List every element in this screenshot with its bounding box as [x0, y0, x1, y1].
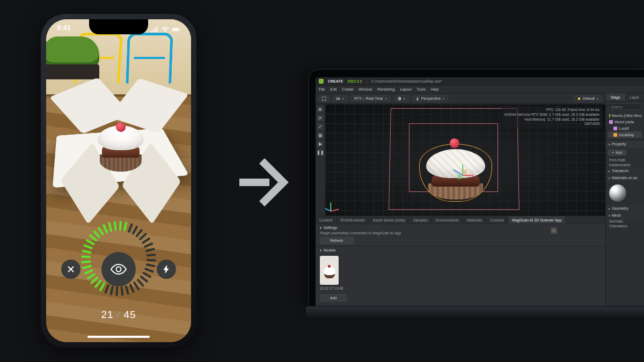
phone-screen: 9:41: [46, 19, 191, 342]
svg-point-3: [116, 267, 121, 272]
section-materials[interactable]: Materials on se: [606, 174, 644, 181]
models-header[interactable]: Models: [316, 247, 605, 254]
frame-counter: 21 / 45: [46, 309, 191, 321]
menu-help[interactable]: Help: [431, 87, 438, 91]
eye-icon: [109, 260, 128, 278]
menu-tools[interactable]: Tools: [417, 87, 426, 91]
mesh-normals-label: Normals: [606, 219, 644, 224]
play-tool[interactable]: ▶: [317, 141, 324, 147]
stage-layer-tabs: Stage Layer: [606, 93, 644, 101]
models-panel: Models 23.02.27 13:48 Add: [316, 246, 605, 306]
viewport-expand-button[interactable]: [319, 95, 330, 102]
menu-layout[interactable]: Layout: [400, 87, 412, 91]
bottom-tab-7[interactable]: MagiScan AI 3D Scanner App: [508, 216, 566, 224]
tree-row[interactable]: пломбир: [608, 131, 642, 138]
tab-stage[interactable]: Stage: [606, 93, 625, 101]
menu-edit[interactable]: Edit: [330, 87, 336, 91]
viewport-stats: FPS: 118.48, Frame time: 8.44 ms NVIDIA …: [502, 106, 602, 128]
viewport-3d[interactable]: FPS: 118.48, Frame time: 8.44 ms NVIDIA …: [325, 104, 605, 216]
refresh-button[interactable]: Refresh: [320, 237, 354, 244]
camera-mode-label: Perspective: [421, 97, 441, 100]
menu-rendering[interactable]: Rendering: [377, 87, 394, 91]
renderer-label: RTX – Real-Time: [354, 97, 383, 100]
right-side-panel: Stage Layer Search Neons (Ultra Neo)Worl…: [605, 93, 644, 306]
svg-rect-2: [179, 29, 180, 31]
transfer-arrow-icon: [235, 150, 289, 215]
laptop-screen: CREATE 2022.3.3 | C:/Users/admin/Downloa…: [308, 69, 644, 307]
viewport-toolbar: ▼ RTX – Real-Time▼ ▼ Perspective▼ Defaul…: [316, 93, 605, 104]
menu-window[interactable]: Window: [358, 87, 372, 91]
menu-bar: FileEditCreateWindowRenderingLayoutTools…: [316, 86, 644, 93]
bottom-tab-bar: ContentNVIDIA AssetsAsset Stores (beta)S…: [316, 216, 605, 224]
phone-device: 9:41: [41, 14, 196, 348]
scale-tool[interactable]: ⤢: [317, 123, 324, 130]
lighting-select[interactable]: Default▼: [574, 95, 602, 102]
instanceable-label: Instanceable: [606, 162, 644, 167]
svg-rect-1: [172, 28, 178, 31]
bottom-tab-5[interactable]: Materials: [463, 216, 486, 224]
bottom-tab-2[interactable]: Asset Stores (beta): [369, 216, 409, 224]
scan-subject-cupcake: [98, 125, 144, 172]
svg-point-6: [416, 97, 418, 98]
laptop-base: [306, 307, 644, 321]
property-header[interactable]: Property: [606, 141, 644, 147]
stat-mem: Host Memory: 11.7 GiB used, 20.2 GiB ava…: [504, 117, 599, 122]
file-path: C:/Users/admin/Downloads/пломбир.usd*: [371, 79, 442, 83]
transform-gizmo[interactable]: [452, 164, 473, 186]
mesh-orientation-label: Orientation: [606, 224, 644, 228]
counter-current: 21: [101, 309, 113, 320]
capture-button[interactable]: [101, 252, 136, 286]
tab-layer[interactable]: Layer: [625, 93, 645, 101]
stat-gpu: NVIDIA GeForce RTX 3090: 2.7 GiB used, 2…: [504, 113, 599, 117]
status-icons: [150, 24, 180, 35]
tree-row[interactable]: World (defa: [608, 119, 642, 125]
move-tool[interactable]: ✥: [317, 106, 324, 113]
pause-tool[interactable]: ❚❚: [317, 149, 324, 156]
model-thumbnail: [320, 256, 339, 285]
section-transform[interactable]: Transform: [606, 167, 644, 174]
renderer-select[interactable]: RTX – Real-Time▼: [351, 95, 391, 101]
rotate-tool[interactable]: ⟳: [317, 115, 324, 121]
prim-path-label: Prim Path: [606, 158, 644, 162]
camera-mode-select[interactable]: Perspective▼: [412, 95, 449, 102]
viewport-tool-column: ↖ ✥ ⟳ ⤢ ▦ ▶ ❚❚: [316, 104, 325, 216]
section-geometry[interactable]: Geometry: [606, 205, 644, 212]
svg-rect-4: [336, 98, 339, 99]
counter-sep: /: [114, 309, 124, 320]
close-button[interactable]: [61, 260, 80, 279]
app-name: CREATE: [328, 79, 343, 83]
material-preview-sphere[interactable]: [609, 184, 626, 202]
battery-icon: [172, 26, 180, 33]
tree-row[interactable]: Look0: [608, 125, 642, 131]
select-tool[interactable]: ↖: [551, 227, 557, 234]
snap-tool[interactable]: ▦: [317, 132, 324, 138]
bottom-tab-4[interactable]: Environments: [432, 216, 463, 224]
property-add-button[interactable]: Add: [608, 150, 626, 156]
settings-header[interactable]: Settings: [316, 224, 605, 231]
stat-fps: FPS: 118.48, Frame time: 8.44 ms: [504, 108, 599, 113]
app-logo-icon: [319, 79, 324, 84]
home-indicator[interactable]: [87, 336, 150, 338]
camera-select-button[interactable]: ▼: [333, 95, 348, 102]
shading-select-button[interactable]: ▼: [394, 95, 409, 102]
menu-create[interactable]: Create: [342, 87, 353, 91]
section-mesh[interactable]: Mesh: [606, 212, 644, 219]
model-item[interactable]: 23.02.27 13:48: [320, 256, 343, 290]
bottom-tab-1[interactable]: NVIDIA Assets: [337, 216, 370, 224]
laptop-device: CREATE 2022.3.3 | C:/Users/admin/Downloa…: [308, 69, 644, 321]
signal-icon: [150, 26, 159, 33]
phone-notch: [89, 19, 148, 34]
flash-button[interactable]: [157, 260, 176, 279]
tree-row[interactable]: Neons (Ultra Neo): [608, 112, 642, 119]
menu-file[interactable]: File: [319, 87, 325, 91]
stage-tree: Neons (Ultra Neo)World (defaLook0пломбир: [606, 112, 644, 138]
wifi-icon: [161, 26, 170, 33]
stage-search-input[interactable]: Search: [608, 104, 642, 110]
model-timestamp: 23.02.27 13:48: [320, 286, 343, 290]
title-bar: CREATE 2022.3.3 | C:/Users/admin/Downloa…: [316, 77, 644, 86]
bottom-tab-6[interactable]: Console: [486, 216, 508, 224]
add-model-button[interactable]: Add: [320, 294, 347, 301]
bottom-tab-0[interactable]: Content: [316, 216, 337, 224]
bottom-tab-3[interactable]: Samples: [409, 216, 432, 224]
lighting-label: Default: [583, 97, 595, 100]
